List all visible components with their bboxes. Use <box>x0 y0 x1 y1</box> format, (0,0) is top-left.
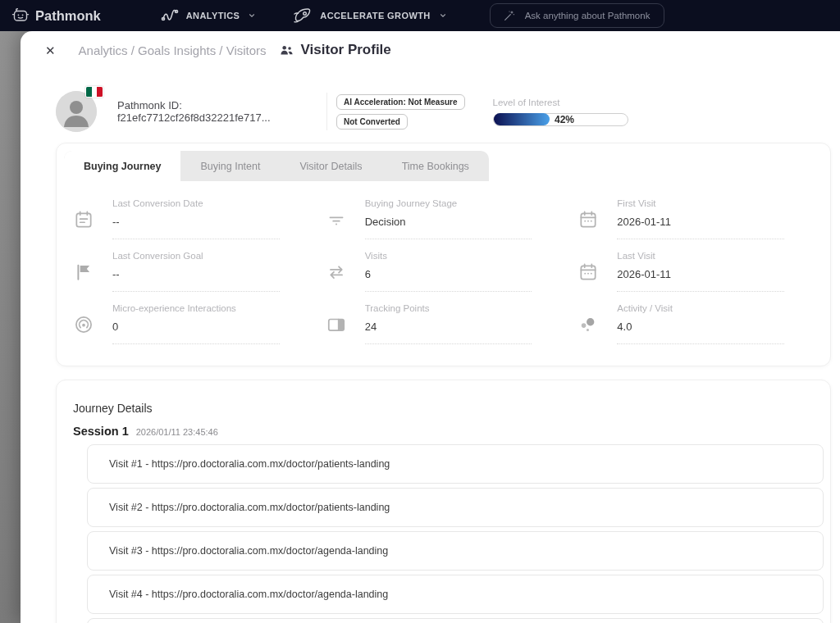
interest-percent: 42% <box>555 114 574 125</box>
avatar <box>56 91 97 132</box>
ask-anything-placeholder: Ask anything about Pathmonk <box>525 11 651 20</box>
profile-details-card: Buying Journey Buying Intent Visitor Det… <box>56 143 831 366</box>
layout-icon <box>326 314 347 344</box>
nav-menu-accelerate-growth-label: ACCELERATE GROWTH <box>320 11 430 20</box>
nav-menu-accelerate-growth[interactable]: ACCELERATE GROWTH <box>292 6 446 25</box>
stat-buying-journey-stage: Buying Journey Stage Decision <box>309 198 562 239</box>
stat-value: 24 <box>365 321 532 333</box>
panel-header: ✕ Analytics / Goals Insights / Visitors … <box>21 31 840 69</box>
stat-tracking-points: Tracking Points 24 <box>309 303 562 344</box>
profile-summary: Pathmonk ID: f21efc7712cf26f8d32221fe717… <box>56 90 831 133</box>
status-badge: AI Acceleration: Not Measure <box>336 94 465 110</box>
nav-menu-analytics[interactable]: ANALYTICS <box>160 6 257 25</box>
flag-icon <box>73 261 94 292</box>
stat-last-conversion-date: Last Conversion Date -- <box>57 198 309 239</box>
accelerate-growth-icon <box>292 6 313 25</box>
pathmonk-id: Pathmonk ID: f21efc7712cf26f8d32221fe717… <box>117 99 326 124</box>
session-timestamp: 2026/01/11 23:45:46 <box>136 427 218 437</box>
close-icon[interactable]: ✕ <box>45 44 56 57</box>
robot-logo-icon <box>11 7 30 25</box>
stat-value: 6 <box>365 268 532 280</box>
top-navbar: Pathmonk ANALYTICS ACCELERATE GROWTH <box>0 0 840 31</box>
level-of-interest: Level of Interest 42% <box>493 98 628 126</box>
interest-label: Level of Interest <box>493 98 628 107</box>
stat-visits: Visits 6 <box>309 251 562 292</box>
visit-row[interactable]: Visit #2 - https://pro.doctoralia.com.mx… <box>87 488 824 527</box>
stat-label: Visits <box>365 251 532 261</box>
calendar-lines-icon <box>73 209 94 239</box>
stat-value: 2026-01-11 <box>617 216 784 228</box>
session-label: Session 1 <box>73 425 129 438</box>
page-title: Visitor Profile <box>301 42 391 58</box>
stat-label: Tracking Points <box>365 303 532 313</box>
interest-progress-track: 42% <box>493 113 628 126</box>
breadcrumb[interactable]: Analytics / Goals Insights / Visitors <box>79 43 267 57</box>
stats-grid: Last Conversion Date -- Buying Journey S… <box>57 181 830 366</box>
analytics-icon <box>160 6 180 25</box>
pathmonk-logo[interactable]: Pathmonk <box>11 7 101 25</box>
stat-label: Micro-experience Interactions <box>112 303 280 313</box>
repeat-icon <box>326 261 347 292</box>
bubbles-icon <box>578 314 599 344</box>
stat-value: 2026-01-11 <box>617 268 784 280</box>
chevron-down-icon <box>439 11 447 20</box>
stat-last-conversion-goal: Last Conversion Goal -- <box>57 251 309 292</box>
filter-icon <box>326 209 347 239</box>
stat-value: Decision <box>365 216 532 228</box>
visitors-icon <box>280 44 294 57</box>
ask-anything-input[interactable]: Ask anything about Pathmonk <box>490 3 664 28</box>
tab-buying-intent[interactable]: Buying Intent <box>180 151 280 181</box>
magic-wand-icon <box>503 9 516 22</box>
stat-value: 4.0 <box>617 321 784 333</box>
stat-value: -- <box>112 216 280 228</box>
status-badge: Not Converted <box>336 114 408 130</box>
broadcast-icon <box>73 314 94 344</box>
calendar-dots-icon <box>578 261 599 292</box>
journey-details-title: Journey Details <box>73 402 830 415</box>
visit-row[interactable]: Visit #1 - https://pro.doctoralia.com.mx… <box>87 444 824 484</box>
visit-row[interactable]: Visit #3 - https://pro.doctoralia.com.mx… <box>87 531 824 571</box>
visit-list: Visit #1 - https://pro.doctoralia.com.mx… <box>87 444 824 614</box>
journey-details-card: Journey Details Session 1 2026/01/11 23:… <box>56 380 831 623</box>
stat-first-visit: First Visit 2026-01-11 <box>561 198 814 239</box>
tab-bar: Buying Journey Buying Intent Visitor Det… <box>64 151 489 181</box>
nav-menu-analytics-label: ANALYTICS <box>186 11 240 20</box>
interest-progress-fill <box>494 113 550 125</box>
stat-value: -- <box>112 268 280 280</box>
visitor-profile-panel: ✕ Analytics / Goals Insights / Visitors … <box>21 31 840 623</box>
divider <box>326 93 327 130</box>
visit-row[interactable] <box>87 618 824 623</box>
stat-label: First Visit <box>617 198 784 208</box>
stat-label: Last Visit <box>617 251 784 261</box>
stat-activity-visit: Activity / Visit 4.0 <box>561 303 814 344</box>
visit-row[interactable]: Visit #4 - https://pro.doctoralia.com.mx… <box>87 575 824 614</box>
stat-last-visit: Last Visit 2026-01-11 <box>561 251 814 292</box>
session-header: Session 1 2026/01/11 23:45:46 <box>73 425 830 438</box>
stat-label: Activity / Visit <box>617 303 784 313</box>
stat-label: Buying Journey Stage <box>365 198 532 208</box>
status-badges: AI Acceleration: Not MeasureNot Converte… <box>336 94 465 130</box>
stat-value: 0 <box>112 321 280 333</box>
tab-time-bookings[interactable]: Time Bookings <box>382 151 489 181</box>
visit-list-overflow <box>87 618 824 623</box>
tab-buying-journey[interactable]: Buying Journey <box>64 151 180 181</box>
stat-label: Last Conversion Goal <box>112 251 280 261</box>
stat-label: Last Conversion Date <box>112 198 280 208</box>
mexico-flag-icon <box>85 86 103 98</box>
panel-content: Pathmonk ID: f21efc7712cf26f8d32221fe717… <box>21 90 840 623</box>
chevron-down-icon <box>248 11 256 20</box>
tab-visitor-details[interactable]: Visitor Details <box>280 151 381 181</box>
calendar-dots-icon <box>578 209 599 239</box>
stat-micro-experience-interactions: Micro-experience Interactions 0 <box>57 303 309 344</box>
brand-name: Pathmonk <box>35 8 101 24</box>
